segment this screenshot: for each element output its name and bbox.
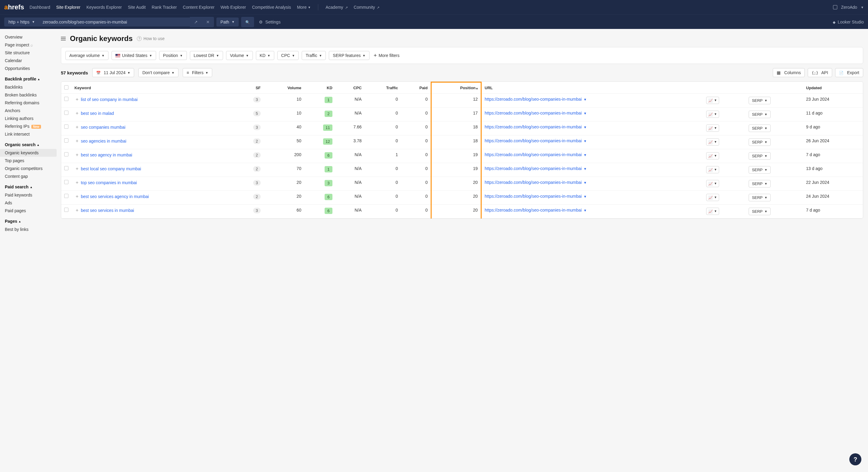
chevron-down-icon[interactable]: ▼ [584,167,587,170]
col-traffic[interactable]: Traffic [365,82,401,94]
sidebar-referring-domains[interactable]: Referring domains [5,99,58,107]
trend-button[interactable]: ▼ [706,208,719,215]
row-checkbox[interactable] [64,138,68,143]
nav-dashboard[interactable]: Dashboard [30,5,50,10]
row-checkbox[interactable] [64,180,68,184]
nav-web-explorer[interactable]: Web Explorer [221,5,246,10]
compare-select[interactable]: Don't compare▼ [138,68,179,77]
serp-button[interactable]: SERP▼ [749,97,771,104]
serp-button[interactable]: SERP▼ [749,138,771,146]
export-button[interactable]: Export [835,68,863,77]
url-link[interactable]: https://zeroado.com/blog/seo-companies-i… [485,138,582,143]
serp-button[interactable]: SERP▼ [749,166,771,174]
trend-button[interactable]: ▼ [706,152,719,159]
nav-content-explorer[interactable]: Content Explorer [183,5,215,10]
serp-button[interactable]: SERP▼ [749,111,771,118]
search-button[interactable] [241,17,254,27]
trend-button[interactable]: ▼ [706,180,719,187]
nav-site-explorer[interactable]: Site Explorer [56,5,81,10]
expand-row-icon[interactable]: + [74,194,80,199]
menu-toggle-icon[interactable] [61,37,66,40]
filter-lowest-dr[interactable]: Lowest DR▼ [190,51,223,60]
filter-position[interactable]: Position▼ [159,51,187,60]
nav-competitive-analysis[interactable]: Competitive Analysis [252,5,291,10]
keyword-link[interactable]: best seo in malad [81,111,114,116]
keyword-link[interactable]: seo companies mumbai [81,125,125,130]
expand-row-icon[interactable]: + [74,111,80,116]
chevron-down-icon[interactable]: ▼ [584,112,587,115]
sidebar-link-intersect[interactable]: Link intersect [5,130,58,138]
sidebar-paid-pages[interactable]: Paid pages [5,207,58,215]
url-link[interactable]: https://zeroado.com/blog/seo-companies-i… [485,180,582,185]
expand-row-icon[interactable]: + [74,152,80,157]
keyword-link[interactable]: best seo services in mumbai [81,208,134,213]
date-picker[interactable]: 11 Jul 2024▼ [92,68,134,77]
sidebar-heading-pages[interactable]: Pages▴ [5,215,58,225]
protocol-select[interactable]: http + https▼ [4,18,39,27]
keyword-link[interactable]: list of seo company in mumbai [81,97,137,102]
filter-kd[interactable]: KD▼ [256,51,274,60]
chevron-down-icon[interactable]: ▼ [584,195,587,198]
nav-community[interactable]: Community [354,5,380,10]
sidebar-heading-paid[interactable]: Paid search▴ [5,180,58,191]
url-link[interactable]: https://zeroado.com/blog/seo-companies-i… [485,97,582,101]
api-button[interactable]: API [808,68,832,77]
nav-more[interactable]: More ▼ [297,5,311,10]
how-to-use-link[interactable]: ?How to use [137,36,164,41]
col-kd[interactable]: KD [304,82,336,94]
sidebar-top-pages[interactable]: Top pages [5,157,58,164]
trend-button[interactable]: ▼ [706,166,719,173]
trend-button[interactable]: ▼ [706,111,719,118]
serp-button[interactable]: SERP▼ [749,208,771,215]
looker-studio-link[interactable]: Looker Studio [833,20,864,24]
trend-button[interactable]: ▼ [706,97,719,104]
chevron-down-icon[interactable]: ▼ [584,181,587,185]
chevron-down-icon[interactable]: ▼ [584,125,587,129]
col-volume[interactable]: Volume [264,82,304,94]
filter-volume[interactable]: Volume▼ [226,51,253,60]
sidebar-calendar[interactable]: Calendar [5,57,58,64]
sidebar-heading-organic[interactable]: Organic search▴ [5,138,58,149]
sidebar-organic-keywords[interactable]: Organic keywords [0,149,57,157]
serp-button[interactable]: SERP▼ [749,124,771,132]
sidebar-content-gap[interactable]: Content gap [5,172,58,180]
sidebar-anchors[interactable]: Anchors [5,107,58,115]
keyword-link[interactable]: top seo companies in mumbai [81,180,137,185]
filter-country[interactable]: United States▼ [112,51,156,60]
nav-site-audit[interactable]: Site Audit [128,5,146,10]
sidebar-organic-competitors[interactable]: Organic competitors [5,164,58,172]
url-link[interactable]: https://zeroado.com/blog/seo-companies-i… [485,124,582,129]
sidebar-heading-backlink[interactable]: Backlink profile▴ [5,72,58,83]
row-checkbox[interactable] [64,208,68,212]
keyword-link[interactable]: best seo agency in mumbai [81,153,132,157]
trend-button[interactable]: ▼ [706,194,719,201]
sidebar-page-inspect[interactable]: Page inspect ⌕ [5,41,58,49]
nav-academy[interactable]: Academy [326,5,347,10]
row-checkbox[interactable] [64,124,68,129]
select-all-checkbox[interactable] [64,85,68,90]
more-filters-button[interactable]: +More filters [374,53,400,59]
url-link[interactable]: https://zeroado.com/blog/seo-companies-i… [485,208,582,213]
columns-button[interactable]: Columns [773,68,805,77]
app-launcher-icon[interactable] [833,5,837,9]
logo[interactable]: ahrefs [4,3,24,11]
filters-button[interactable]: Filters▼ [183,68,212,77]
expand-row-icon[interactable]: + [74,138,80,144]
sidebar-paid-keywords[interactable]: Paid keywords [5,191,58,199]
url-link[interactable]: https://zeroado.com/blog/seo-companies-i… [485,152,582,157]
expand-row-icon[interactable]: + [74,124,80,130]
expand-row-icon[interactable]: + [74,208,80,213]
keyword-link[interactable]: best local seo company mumbai [81,166,141,171]
serp-button[interactable]: SERP▼ [749,194,771,201]
sidebar-backlinks[interactable]: Backlinks [5,83,58,91]
col-keyword[interactable]: Keyword [71,82,236,94]
url-input[interactable]: zeroado.com/blog/seo-companies-in-mumbai [39,18,190,27]
col-position[interactable]: Position▴ [431,82,481,94]
sidebar-ads[interactable]: Ads [5,199,58,207]
open-external-icon[interactable]: ↗ [190,17,202,27]
col-paid[interactable]: Paid [401,82,431,94]
expand-row-icon[interactable]: + [74,97,80,102]
chevron-down-icon[interactable]: ▼ [584,139,587,143]
trend-button[interactable]: ▼ [706,138,719,146]
row-checkbox[interactable] [64,166,68,170]
